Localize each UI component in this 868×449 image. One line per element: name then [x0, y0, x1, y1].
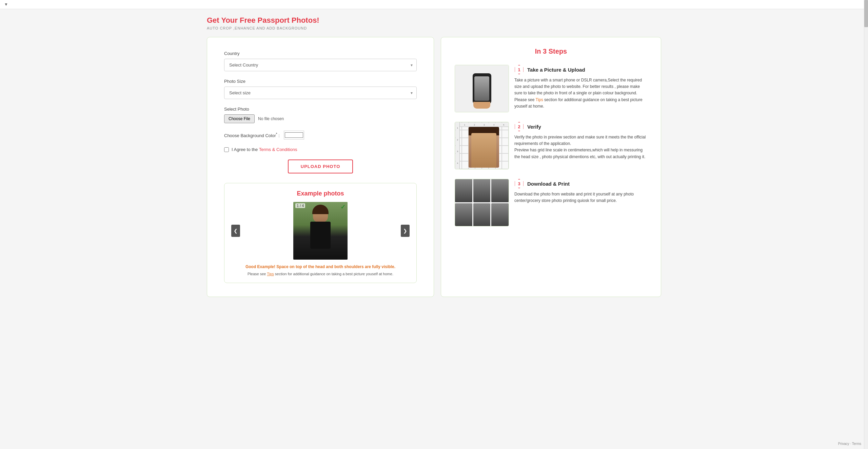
step2-desc2: Preview has grid line scale in centimete…: [514, 147, 647, 160]
terms-link[interactable]: Terms & Conditions: [259, 147, 297, 152]
right-panel-title: In 3 Steps: [455, 48, 647, 55]
step1-desc2: Please see Tips section for additional g…: [514, 97, 647, 110]
example-caption: Good Example! Space on top of the head a…: [231, 264, 410, 269]
photo-size-select-wrapper: Select size ▾: [224, 87, 417, 99]
carousel-wrapper: ❮ 1 / 4: [231, 202, 410, 260]
step1-desc1: Take a picture with a smart phone or DSL…: [514, 77, 647, 97]
country-label: Country: [224, 51, 417, 56]
carousel-image: 1 / 4 ✓: [293, 202, 348, 260]
example-photos-title: Example photos: [231, 190, 410, 197]
carousel-next-button[interactable]: ❯: [401, 225, 410, 237]
phone-shape: [473, 73, 491, 104]
country-select-wrapper: Select Country ▾: [224, 59, 417, 71]
terms-checkbox[interactable]: [224, 147, 229, 152]
country-group: Country Select Country ▾: [224, 51, 417, 71]
main-layout: Country Select Country ▾ Photo Size Sele…: [207, 37, 661, 297]
bg-color-input[interactable]: [284, 131, 304, 139]
passport-photo-4: [455, 203, 472, 227]
example-photos-box: Example photos ❮: [224, 183, 417, 283]
phone-screen: [474, 76, 489, 101]
carousel-prev-button[interactable]: ❮: [231, 225, 240, 237]
step2-badge: 2: [514, 122, 524, 131]
carousel-counter: 1 / 4: [295, 203, 305, 208]
example-tips: Please see Tips section for additional g…: [231, 272, 410, 276]
select-photo-label: Select Photo: [224, 107, 417, 112]
step1-image: [455, 65, 509, 112]
step1-heading: 1 Take a Picture & Upload: [514, 65, 647, 74]
step1-section: 1 Take a Picture & Upload Take a picture…: [455, 65, 647, 112]
terms-text: I Agree to the Terms & Conditions: [232, 147, 297, 152]
photo-size-select[interactable]: Select size: [224, 87, 417, 99]
bg-color-row: Choose Background Color* :: [224, 131, 417, 139]
top-bar-arrow[interactable]: ▼: [4, 2, 8, 7]
step2-section: 1 2 3 4 1 2 3 4 5: [455, 122, 647, 169]
top-bar: ▼: [0, 0, 868, 9]
verify-visual: 1 2 3 4 1 2 3 4 5: [455, 122, 509, 169]
page-wrapper: Get Your Free Passport Photos! AUTO CROP…: [197, 9, 671, 304]
phone-hand-visual: [455, 65, 509, 112]
step3-heading: 3 Download & Print: [514, 179, 647, 188]
passport-photo-3: [491, 179, 509, 202]
bg-color-label: Choose Background Color* :: [224, 132, 280, 138]
step2-image: 1 2 3 4 1 2 3 4 5: [455, 122, 509, 169]
upload-button[interactable]: UPLOAD PHOTO: [288, 160, 353, 173]
step2-desc1: Verify the photo in preview section and …: [514, 134, 647, 147]
step1-content: 1 Take a Picture & Upload Take a picture…: [514, 65, 647, 110]
carousel-checkmark-icon: ✓: [340, 203, 346, 211]
photo-size-group: Photo Size Select size ▾: [224, 79, 417, 99]
step2-heading: 2 Verify: [514, 122, 647, 131]
left-panel: Country Select Country ▾ Photo Size Sele…: [207, 37, 434, 297]
page-subtitle: AUTO CROP ,ENHANCE AND ADD BACKGROUND: [207, 26, 661, 30]
step3-image: [455, 179, 509, 226]
country-select[interactable]: Select Country: [224, 59, 417, 71]
step3-desc1: Download the photo from website and prin…: [514, 191, 647, 204]
select-photo-group: Select Photo Choose File No file chosen: [224, 107, 417, 123]
file-name-text: No file chosen: [258, 116, 284, 121]
verify-face: [469, 127, 499, 168]
step2-content: 2 Verify Verify the photo in preview sec…: [514, 122, 647, 160]
right-panel: In 3 Steps: [441, 37, 661, 297]
step3-title: Download & Print: [527, 181, 570, 187]
file-input-wrapper: Choose File No file chosen: [224, 114, 417, 123]
phone-face: [474, 76, 489, 101]
passport-photo-grid: [455, 179, 509, 226]
passport-photo-5: [473, 203, 491, 227]
scrollbar-thumb[interactable]: [864, 0, 868, 27]
passport-photo-6: [491, 203, 509, 227]
photo-size-label: Photo Size: [224, 79, 417, 84]
example-tips-link[interactable]: Tips: [267, 272, 274, 276]
step2-title: Verify: [527, 124, 541, 130]
scrollbar[interactable]: [864, 0, 868, 304]
terms-row: I Agree to the Terms & Conditions: [224, 147, 417, 152]
choose-file-button[interactable]: Choose File: [224, 114, 255, 123]
step1-title: Take a Picture & Upload: [527, 67, 585, 73]
page-title: Get Your Free Passport Photos!: [207, 16, 661, 25]
carousel-image-wrapper: 1 / 4 ✓: [293, 202, 348, 260]
step3-section: 3 Download & Print Download the photo fr…: [455, 179, 647, 226]
passport-photo-1: [455, 179, 472, 202]
step3-content: 3 Download & Print Download the photo fr…: [514, 179, 647, 204]
passport-photo-2: [473, 179, 491, 202]
step3-badge: 3: [514, 179, 524, 188]
step1-badge: 1: [514, 65, 524, 74]
step1-tips-link[interactable]: Tips: [536, 97, 543, 102]
